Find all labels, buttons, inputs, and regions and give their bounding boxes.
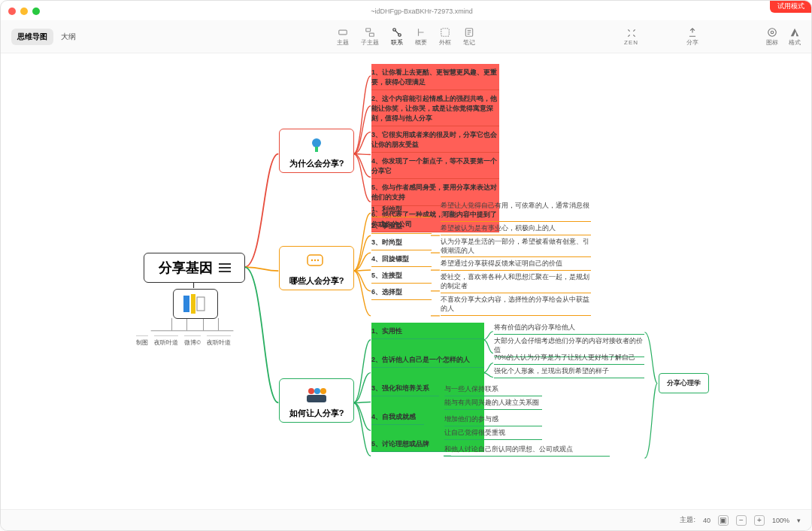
zoom-icon[interactable] <box>32 8 40 15</box>
topics-label: 主题: <box>680 515 695 525</box>
how-sub[interactable]: 增加他们的参与感 <box>444 413 542 426</box>
how-item[interactable]: 1、实用性 <box>371 323 484 339</box>
svg-point-20 <box>320 388 326 394</box>
close-icon[interactable] <box>8 8 16 15</box>
tool-topic[interactable]: 主题 <box>337 27 349 47</box>
why-item[interactable]: 4、你发现了一个新点子，等不及要第一个分享它 <box>371 153 499 179</box>
how-sub[interactable]: 将有价值的内容分享给他人 <box>494 321 644 335</box>
mindmap-canvas[interactable]: 分享基因 制图 夜听叶道 微博© 夜听叶道 为什么会分享? 哪些人会分享? 如何… <box>1 53 811 508</box>
trial-badge[interactable]: 试用模式 <box>770 0 812 13</box>
summary-icon <box>416 27 426 38</box>
tab-mindmap[interactable]: 思维导图 <box>11 29 53 45</box>
attachment-node[interactable] <box>173 289 218 319</box>
who-list: 1、利他型 2、事业型 3、时尚型 4、回旋镖型 5、连接型 6、选择型 <box>371 201 432 300</box>
how-sub[interactable]: 让自己觉得很受重视 <box>444 426 542 440</box>
svg-rect-21 <box>307 395 326 402</box>
who-desc[interactable]: 爱社交，喜欢将各种人和思想汇聚在一起，是规划的制定者 <box>441 271 591 293</box>
tool-relation[interactable]: 联系 <box>391 27 403 47</box>
who-item[interactable]: 5、连接型 <box>371 267 432 284</box>
chevron-down-icon[interactable]: ▾ <box>797 517 801 524</box>
attachment-icon <box>180 293 211 315</box>
how-item[interactable]: 3、强化和培养关系 <box>371 380 439 396</box>
toolbar-center: 主题 子主题 联系 概要 外框 笔记 <box>337 27 475 47</box>
how-sub[interactable]: 能与有共同兴趣的人建立关系圈 <box>444 396 542 410</box>
svg-rect-10 <box>191 294 195 314</box>
tool-format[interactable]: 格式 <box>789 27 801 47</box>
topic-icon <box>338 27 348 38</box>
svg-point-19 <box>314 388 320 394</box>
who-desc[interactable]: 希望被认为是有事业心，积极向上的人 <box>441 222 591 235</box>
summary-box[interactable]: 分享心理学 <box>659 373 709 393</box>
window-title: ~idDHFgp-BxaBKHr-72973.xmind <box>40 8 804 15</box>
why-item[interactable]: 3、它很实用或者来的很及时，分享它也会让你的朋友受益 <box>371 126 499 153</box>
tool-zen[interactable]: ZEN <box>624 28 638 46</box>
how-sub[interactable]: 强化个人形象，呈现出我所希望的样子 <box>494 365 644 378</box>
who-desc[interactable]: 不喜欢分享大众内容，选择性的分享给会从中获益的人 <box>441 293 591 316</box>
svg-point-16 <box>314 259 316 261</box>
who-item[interactable]: 6、选择型 <box>371 284 432 300</box>
how-sub[interactable]: 70%的人认为分享是为了让别人更好地了解自己 <box>494 351 644 365</box>
how-sub[interactable]: 与一些人保持联系 <box>444 383 542 396</box>
tool-summary[interactable]: 概要 <box>415 27 427 47</box>
attachment-items: 制图 夜听叶道 微博© 夜听叶道 <box>136 335 231 347</box>
tab-outline[interactable]: 大纲 <box>56 29 80 45</box>
how-desc-2: 70%的人认为分享是为了让别人更好地了解自己 强化个人形象，呈现出我所希望的样子 <box>494 351 644 378</box>
who-item[interactable]: 2、事业型 <box>371 217 432 234</box>
branch-why[interactable]: 为什么会分享? <box>279 129 354 173</box>
how-desc-4: 增加他们的参与感 让自己觉得很受重视 <box>444 413 542 440</box>
zoom-in-button[interactable]: + <box>754 515 765 526</box>
tool-theme[interactable]: 图标 <box>766 27 778 47</box>
tool-note[interactable]: 笔记 <box>463 27 475 47</box>
fit-button[interactable]: ▣ <box>718 515 729 526</box>
minimize-icon[interactable] <box>20 8 28 15</box>
zoom-out-button[interactable]: − <box>736 515 747 526</box>
toolbar-share: 分享 <box>686 27 698 47</box>
why-item[interactable]: 1、让你看上去更酷、更智慧更风趣、更重要，获得心理满足 <box>371 64 499 90</box>
why-item[interactable]: 2、这个内容能引起情感上的强烈共鸣，他能让你笑，让你哭，或是让你觉得寓意深刻，值… <box>371 90 499 126</box>
who-desc[interactable]: 希望让人觉得自己有用，可依靠的人，通常消息很灵通 <box>441 199 591 222</box>
branch-how-title: 如何让人分享? <box>289 408 344 419</box>
how-sub[interactable]: 和他人讨论自己所认同的理想、公司或观点 <box>444 443 610 457</box>
who-desc[interactable]: 认为分享是生活的一部分，希望被看做有创意、引领潮流的人 <box>441 235 591 258</box>
tool-boundary[interactable]: 外框 <box>439 27 451 47</box>
attachment-item[interactable]: 夜听叶道 <box>207 335 231 347</box>
who-desc[interactable]: 希望通过分享获得反馈来证明自己的价值 <box>441 257 591 271</box>
subtopic-icon <box>365 27 375 38</box>
megaphone-icon <box>308 136 326 154</box>
toolbar-zen: ZEN <box>624 28 638 46</box>
who-item[interactable]: 3、时尚型 <box>371 234 432 250</box>
branch-who[interactable]: 哪些人会分享? <box>279 246 354 290</box>
svg-rect-11 <box>197 297 205 311</box>
how-desc-3: 与一些人保持联系 能与有共同兴趣的人建立关系圈 <box>444 383 542 410</box>
svg-rect-13 <box>315 147 318 152</box>
titlebar: ~idDHFgp-BxaBKHr-72973.xmind <box>1 5 811 17</box>
relation-icon <box>392 27 402 38</box>
how-desc-5: 和他人讨论自己所认同的理想、公司或观点 <box>444 443 610 457</box>
topics-count: 40 <box>703 517 710 524</box>
tool-share[interactable]: 分享 <box>686 27 698 47</box>
svg-point-7 <box>771 31 774 34</box>
who-item[interactable]: 4、回旋镖型 <box>371 250 432 267</box>
root-node[interactable]: 分享基因 <box>144 253 245 283</box>
attachment-item[interactable]: 制图 <box>136 335 148 347</box>
attachment-item[interactable]: 微博© <box>184 335 201 347</box>
zen-icon <box>626 28 637 38</box>
branch-how[interactable]: 如何让人分享? <box>279 378 354 423</box>
svg-point-12 <box>312 138 321 147</box>
who-desc-list: 希望让人觉得自己有用，可依靠的人，通常消息很灵通 希望被认为是有事业心，积极向上… <box>441 199 591 316</box>
svg-rect-2 <box>369 33 374 36</box>
format-icon <box>789 27 800 38</box>
svg-point-15 <box>311 259 313 261</box>
theme-icon <box>767 27 777 38</box>
attachment-item[interactable]: 夜听叶道 <box>154 335 178 347</box>
how-item[interactable]: 5、讨论理想或品牌 <box>371 435 447 452</box>
how-item[interactable]: 2、告诉他人自己是一个怎样的人 <box>371 351 484 368</box>
toolbar-right: 图标 格式 <box>766 27 801 47</box>
traffic-lights <box>8 8 40 15</box>
boundary-icon <box>440 27 450 38</box>
tool-subtopic[interactable]: 子主题 <box>361 27 379 47</box>
note-icon <box>464 27 474 38</box>
who-item[interactable]: 1、利他型 <box>371 201 432 217</box>
how-item[interactable]: 4、自我成就感 <box>371 408 424 425</box>
branch-why-title: 为什么会分享? <box>289 158 344 169</box>
